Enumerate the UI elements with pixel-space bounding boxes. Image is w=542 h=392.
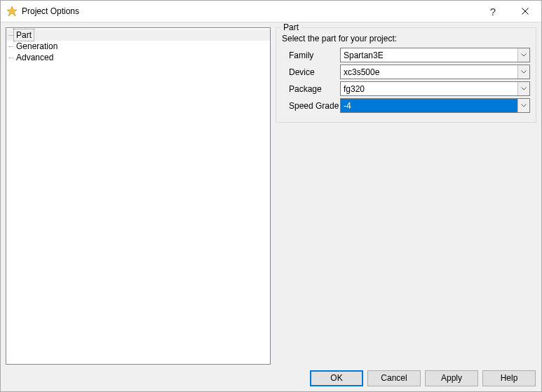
title-bar: Project Options ?: [1, 1, 541, 22]
chevron-down-icon: [517, 65, 529, 79]
button-label: Cancel: [381, 373, 407, 383]
field-label: Device: [289, 67, 340, 77]
chevron-down-icon: [517, 99, 529, 112]
cancel-button[interactable]: Cancel: [367, 370, 421, 386]
chevron-down-icon: [517, 48, 529, 62]
device-select[interactable]: xc3s500e: [340, 65, 530, 79]
field-label: Speed Grade: [289, 101, 340, 111]
field-row-family: Family Spartan3E: [289, 48, 530, 62]
apply-button[interactable]: Apply: [425, 370, 478, 386]
select-value: fg320: [341, 82, 517, 95]
dialog-body: Part Generation Advanced Part Select the…: [1, 22, 541, 365]
project-options-dialog: Project Options ? Part Generation Advanc…: [0, 0, 542, 392]
field-row-speed-grade: Speed Grade -4: [289, 98, 530, 113]
select-value: -4: [341, 99, 517, 112]
group-prompt: Select the part for your project:: [282, 34, 530, 43]
group-title: Part: [281, 22, 301, 32]
ok-button[interactable]: OK: [310, 370, 363, 386]
chevron-down-icon: [517, 82, 529, 95]
select-value: Spartan3E: [341, 48, 517, 62]
app-icon: [6, 6, 18, 17]
button-bar: OK Cancel Apply Help: [1, 365, 541, 391]
button-label: Help: [501, 373, 518, 383]
settings-panel: Part Select the part for your project: F…: [276, 27, 536, 365]
tree-item-advanced[interactable]: Advanced: [6, 52, 270, 63]
help-icon[interactable]: ?: [477, 1, 509, 22]
field-label: Family: [289, 50, 340, 60]
button-label: Apply: [441, 373, 462, 383]
speed-grade-select[interactable]: -4: [340, 98, 530, 113]
tree-item-generation[interactable]: Generation: [6, 41, 270, 52]
field-row-device: Device xc3s500e: [289, 65, 530, 79]
window-title: Project Options: [22, 6, 477, 16]
tree-item-part[interactable]: Part: [6, 29, 270, 41]
tree-item-label: Advanced: [13, 51, 56, 64]
select-value: xc3s500e: [341, 65, 517, 79]
svg-marker-0: [7, 6, 17, 16]
button-label: OK: [330, 373, 342, 383]
family-select[interactable]: Spartan3E: [340, 48, 530, 62]
field-row-package: Package fg320: [289, 81, 530, 96]
package-select[interactable]: fg320: [340, 81, 530, 96]
field-label: Package: [289, 84, 340, 94]
part-group: Part Select the part for your project: F…: [276, 27, 536, 123]
close-icon[interactable]: [509, 1, 541, 22]
help-button[interactable]: Help: [482, 370, 536, 386]
category-tree[interactable]: Part Generation Advanced: [6, 27, 271, 365]
